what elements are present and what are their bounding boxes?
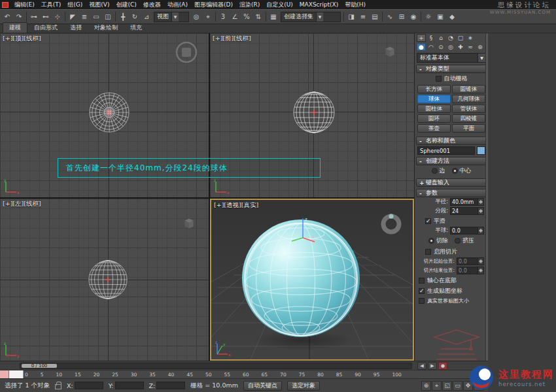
zoom-icon[interactable]: ⊕ <box>421 381 431 391</box>
cylinder-button[interactable]: 圆柱体 <box>417 105 451 113</box>
align-icon[interactable]: ≡ <box>357 11 369 22</box>
rectangular-selection-region-icon[interactable]: ▭ <box>90 11 102 22</box>
window-crossing-icon[interactable]: ◫ <box>102 11 114 22</box>
viewcube-icon[interactable] <box>182 216 196 230</box>
coordinate-x-field[interactable] <box>75 382 103 389</box>
schematic-view-icon[interactable]: ⊞ <box>396 11 408 22</box>
helpers-category-icon[interactable]: ✚ <box>456 43 465 51</box>
chevron-down-icon[interactable]: ▼ <box>478 54 485 62</box>
ribbon-tab-freeform[interactable]: 自由形式 <box>28 23 63 33</box>
segments-field[interactable]: 24 <box>450 207 484 215</box>
modify-tab-icon[interactable]: § <box>426 34 436 42</box>
space-warps-category-icon[interactable]: ≈ <box>466 43 475 51</box>
rollout-creation-method[interactable]: - 创建方法 <box>416 157 487 165</box>
geosphere-button[interactable]: 几何球体 <box>452 95 485 103</box>
zoom-region-icon[interactable]: ▭ <box>453 381 462 391</box>
sphere-wireframe-front[interactable] <box>292 91 336 134</box>
sphere-button[interactable]: 球体 <box>417 95 451 103</box>
generate-mapping-coords-checkbox[interactable] <box>419 288 425 294</box>
coordinate-y-field[interactable] <box>115 382 144 389</box>
layer-manager-icon[interactable]: ▤ <box>369 11 381 22</box>
real-world-map-size-checkbox[interactable] <box>419 298 425 304</box>
object-color-swatch[interactable] <box>477 146 485 155</box>
use-pivot-center-icon[interactable]: ◎ <box>190 11 202 22</box>
slice-from-field[interactable]: 0.0 <box>457 257 484 265</box>
redo-icon[interactable]: ↷ <box>13 11 25 22</box>
spinner-arrows[interactable] <box>478 267 483 274</box>
spinner-arrows[interactable] <box>478 227 483 234</box>
material-editor-icon[interactable]: ◉ <box>408 11 419 22</box>
menu-item-group[interactable]: 组(G) <box>64 0 86 9</box>
spinner-arrows[interactable] <box>478 199 483 205</box>
sphere-wireframe-top[interactable] <box>88 91 130 133</box>
menu-item-graph-editors[interactable]: 图形编辑器(D) <box>191 0 236 9</box>
edge-radio[interactable] <box>432 168 438 174</box>
previous-frame-icon[interactable]: ◀ <box>417 362 426 370</box>
motion-tab-icon[interactable]: ◔ <box>446 34 455 42</box>
play-icon[interactable]: ▶ <box>428 362 437 370</box>
rollout-keyboard-entry[interactable]: + 键盘输入 <box>416 178 487 187</box>
zoom-extents-icon[interactable]: ◱ <box>442 381 452 391</box>
select-and-move-icon[interactable]: ╋ <box>117 11 129 22</box>
menu-item-modifiers[interactable]: 修改器 <box>140 0 164 9</box>
viewport-label[interactable]: [+][透视][真实] <box>214 201 258 210</box>
autogrid-checkbox[interactable] <box>436 76 442 82</box>
zoom-all-icon[interactable]: ⌖ <box>432 381 442 391</box>
render-setup-icon[interactable]: ☼ <box>423 11 434 22</box>
sphere-wireframe-left[interactable] <box>88 259 128 300</box>
squash-radio[interactable] <box>455 238 460 244</box>
rendered-frame-window-icon[interactable]: ▣ <box>434 11 446 22</box>
unlink-selection-icon[interactable]: ⊷ <box>40 11 52 22</box>
select-and-link-icon[interactable]: ⊶ <box>28 11 40 22</box>
geometry-category-icon[interactable]: ● <box>417 43 426 51</box>
hierarchy-tab-icon[interactable]: ⌂ <box>436 34 445 42</box>
smooth-checkbox[interactable] <box>425 218 431 224</box>
radius-field[interactable]: 40.0mm <box>450 198 484 206</box>
viewcube-icon[interactable] <box>383 44 397 58</box>
menu-item-help[interactable]: 帮助(H) <box>341 0 369 9</box>
menu-item-maxscript[interactable]: MAXScript(X) <box>296 0 341 9</box>
maxscript-mini-listener-macro[interactable] <box>0 370 9 379</box>
slice-to-field[interactable]: 0.0 <box>457 267 484 274</box>
menu-item-customize[interactable]: 自定义(U) <box>263 0 296 9</box>
torus-button[interactable]: 圆环 <box>417 114 451 123</box>
angle-snap-icon[interactable]: ∠ <box>229 11 241 22</box>
utilities-tab-icon[interactable]: ∗ <box>466 34 475 42</box>
rollout-object-type[interactable]: - 对象类型 <box>416 65 487 73</box>
set-key-button[interactable]: ● <box>438 362 447 370</box>
maxscript-mini-listener[interactable] <box>9 370 24 379</box>
select-object-icon[interactable]: ◤ <box>67 11 78 22</box>
create-tab-icon[interactable]: + <box>417 34 426 42</box>
select-by-name-icon[interactable]: ≣ <box>78 11 90 22</box>
center-radio[interactable] <box>452 168 458 174</box>
base-to-pivot-checkbox[interactable] <box>419 278 425 284</box>
cone-button[interactable]: 圆锥体 <box>452 85 485 93</box>
cameras-category-icon[interactable]: ◎ <box>446 43 455 51</box>
ribbon-tab-object-paint[interactable]: 对象绘制 <box>88 23 124 33</box>
teapot-button[interactable]: 茶壶 <box>417 124 451 133</box>
menu-item-rendering[interactable]: 渲染(R) <box>236 0 263 9</box>
snap-toggle-3d-icon[interactable]: 3 <box>217 11 229 22</box>
viewport-label[interactable]: [+][顶][线框] <box>3 35 41 43</box>
menu-item-tools[interactable]: 工具(T) <box>38 0 65 9</box>
named-selection-sets-dropdown[interactable]: 创建选择集▼ <box>281 12 341 22</box>
hemisphere-field[interactable]: 0.0 <box>450 227 484 235</box>
pyramid-button[interactable]: 四棱锥 <box>452 114 485 123</box>
selected-filter-button[interactable]: 选定对象 <box>287 381 320 391</box>
application-icon[interactable] <box>2 2 9 8</box>
select-and-manipulate-icon[interactable]: ⌖ <box>202 11 214 22</box>
spinner-arrows[interactable] <box>478 258 483 265</box>
menu-item-views[interactable]: 视图(V) <box>86 0 113 9</box>
time-slider-track[interactable]: 0 / 100 <box>20 363 412 369</box>
render-production-icon[interactable]: ◆ <box>446 11 458 22</box>
selection-lock-icon[interactable] <box>55 384 61 389</box>
edit-named-selection-sets-icon[interactable]: ▦ <box>268 11 279 22</box>
rollout-parameters[interactable]: - 参数 <box>416 189 487 197</box>
menu-item-edit[interactable]: 编辑(E) <box>11 0 38 9</box>
reference-coordinate-dropdown[interactable]: 视图▼ <box>154 12 189 22</box>
lights-category-icon[interactable]: ⊙ <box>436 43 445 51</box>
bind-to-space-warp-icon[interactable]: ⊹ <box>52 11 63 22</box>
display-tab-icon[interactable]: ▢ <box>456 34 465 42</box>
frame-ruler[interactable]: 05 1015 2025 3035 4045 5055 6065 7075 80… <box>25 372 402 378</box>
tube-button[interactable]: 管状体 <box>452 105 485 113</box>
